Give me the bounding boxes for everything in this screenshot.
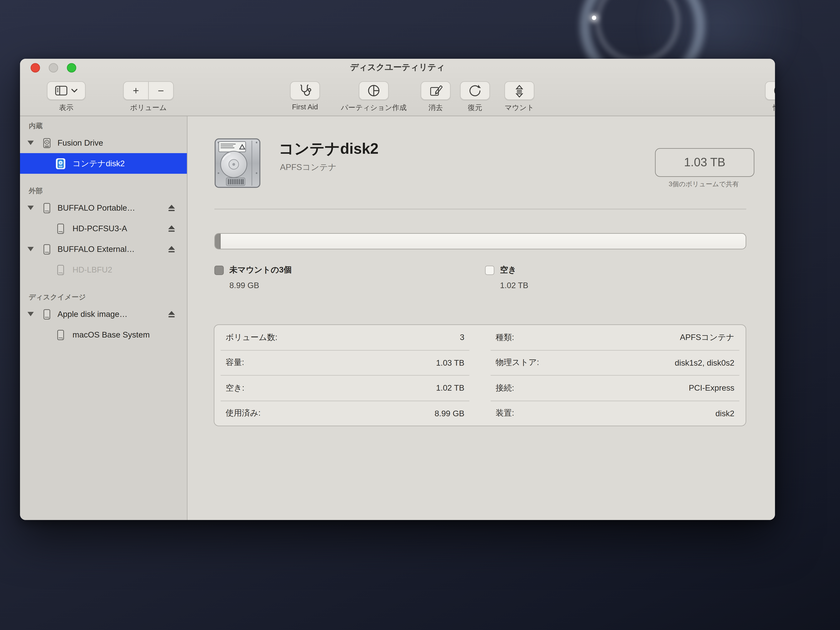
- zoom-button[interactable]: [67, 63, 76, 73]
- plus-icon: +: [133, 85, 139, 96]
- disclosure-triangle-icon[interactable]: [27, 205, 34, 210]
- sidebar-item-label: Fusion Drive: [57, 138, 103, 147]
- details-left-column: ボリューム数: 3 容量: 1.03 TB 空き: 1.02 TB 使用済み: …: [221, 325, 469, 426]
- detail-row-free: 空き: 1.02 TB: [221, 376, 469, 401]
- mount-icon: [513, 84, 526, 98]
- mount-button[interactable]: [504, 81, 534, 100]
- disclosure-triangle-icon[interactable]: [27, 247, 34, 251]
- external-drive-icon: [55, 264, 66, 275]
- legend-free: 空き 1.02 TB: [485, 264, 528, 290]
- hard-disk-icon: [215, 138, 261, 188]
- sidebar-item-label: BUFFALO Portable…: [57, 203, 135, 213]
- window-title: ディスクユーティリティ: [20, 62, 775, 73]
- capacity-bar-used-segment: [215, 234, 221, 249]
- container-title: コンテナdisk2: [279, 139, 379, 159]
- photo-background: ディスクユーティリティ 表示 +: [0, 0, 840, 630]
- header-divider: [215, 209, 746, 209]
- volume-label: ボリューム: [130, 103, 167, 112]
- eject-button[interactable]: [167, 310, 175, 318]
- traffic-lights: [31, 63, 76, 73]
- disk-utility-window: ディスクユーティリティ 表示 +: [20, 59, 775, 520]
- legend-label: 空き: [500, 264, 516, 276]
- sidebar-section-external: 外部: [29, 186, 187, 196]
- sidebar-item-label: コンテナdisk2: [73, 158, 125, 169]
- first-aid-label: First Aid: [292, 103, 318, 111]
- restore-button[interactable]: [460, 81, 490, 100]
- disclosure-triangle-icon[interactable]: [27, 141, 34, 145]
- sidebar-view-icon: [55, 85, 68, 96]
- add-volume-button[interactable]: +: [123, 81, 149, 100]
- restore-arrow-icon: [468, 84, 482, 98]
- sidebar-item-label: macOS Base System: [73, 330, 150, 339]
- sidebar-item-buffalo-external[interactable]: BUFFALO External…: [20, 239, 187, 259]
- close-button[interactable]: [31, 63, 40, 73]
- chevron-down-icon: [71, 89, 77, 93]
- legend-unmounted: 未マウントの3個 8.99 GB: [215, 264, 292, 290]
- details-right-column: 種類: APFSコンテナ 物理ストア: disk1s2, disk0s2 接続:…: [491, 325, 739, 426]
- sidebar-item-label: HD-PCFSU3-A: [73, 224, 127, 233]
- external-drive-icon: [41, 243, 52, 255]
- sidebar-item-label: HD-LBFU2: [73, 265, 112, 275]
- detail-row-volume-count: ボリューム数: 3: [221, 325, 469, 351]
- container-subtitle: APFSコンテナ: [280, 162, 337, 173]
- eject-button[interactable]: [167, 204, 175, 212]
- sidebar-item-fusion-drive[interactable]: Fusion Drive: [20, 133, 187, 153]
- restore-label: 復元: [468, 103, 482, 112]
- mount-label: マウント: [505, 103, 534, 112]
- minus-icon: −: [158, 85, 164, 96]
- detail-row-device: 装置: disk2: [491, 401, 739, 426]
- legend-swatch-unmounted: [215, 265, 224, 275]
- sidebar-item-apple-disk-image[interactable]: Apple disk image…: [20, 304, 187, 324]
- partition-pie-icon: [367, 84, 381, 98]
- sidebar-item-buffalo-portable[interactable]: BUFFALO Portable…: [20, 197, 187, 218]
- external-drive-icon: [41, 308, 52, 320]
- sidebar-item-label: Apple disk image…: [57, 309, 128, 319]
- titlebar: ディスクユーティリティ 表示 +: [20, 59, 775, 116]
- sidebar-item-hd-lbfu2[interactable]: HD-LBFU2: [20, 259, 187, 280]
- external-drive-icon: [55, 223, 66, 234]
- detail-row-connection: 接続: PCI-Express: [491, 376, 739, 401]
- main-content: コンテナdisk2 APFSコンテナ 1.03 TB 3個のボリュームで共有 未…: [188, 116, 775, 520]
- sidebar-section-internal: 内蔵: [29, 121, 187, 131]
- legend-value: 8.99 GB: [229, 281, 292, 290]
- sidebar: 内蔵 Fusion Drive コンテナdisk2 外部: [20, 116, 188, 520]
- info-icon: i: [773, 84, 775, 98]
- info-button[interactable]: i: [765, 81, 775, 100]
- info-label: 情報: [773, 103, 775, 112]
- legend-label: 未マウントの3個: [229, 264, 292, 276]
- remove-volume-button[interactable]: −: [149, 81, 174, 100]
- total-capacity-badge: 1.03 TB: [655, 148, 755, 177]
- detail-row-capacity: 容量: 1.03 TB: [221, 351, 469, 376]
- disclosure-triangle-icon[interactable]: [27, 312, 34, 316]
- external-drive-icon: [55, 329, 66, 340]
- apfs-container-icon: [55, 158, 66, 169]
- erase-button[interactable]: [421, 81, 451, 100]
- partition-label: パーティション作成: [341, 103, 406, 112]
- eject-button[interactable]: [167, 245, 175, 253]
- sidebar-item-macos-base-system[interactable]: macOS Base System: [20, 324, 187, 345]
- view-label: 表示: [59, 103, 74, 112]
- erase-label: 消去: [428, 103, 443, 112]
- minimize-button[interactable]: [49, 63, 58, 73]
- capacity-note: 3個のボリュームで共有: [629, 180, 775, 189]
- partition-button[interactable]: [359, 81, 389, 100]
- legend-value: 1.02 TB: [500, 281, 528, 290]
- lens-flare-dot: [592, 16, 596, 20]
- sidebar-item-container-disk2[interactable]: コンテナdisk2: [20, 153, 187, 174]
- external-drive-icon: [41, 202, 52, 213]
- internal-drive-icon: [41, 137, 52, 148]
- details-panel: ボリューム数: 3 容量: 1.03 TB 空き: 1.02 TB 使用済み: …: [214, 324, 746, 426]
- detail-row-used: 使用済み: 8.99 GB: [221, 401, 469, 426]
- detail-row-type: 種類: APFSコンテナ: [491, 325, 739, 351]
- capacity-bar: [215, 233, 746, 249]
- detail-row-physical-store: 物理ストア: disk1s2, disk0s2: [491, 351, 739, 376]
- legend-swatch-free: [485, 265, 494, 275]
- sidebar-section-disk-images: ディスクイメージ: [29, 292, 187, 303]
- stethoscope-icon: [298, 84, 312, 98]
- view-button[interactable]: [47, 81, 85, 100]
- eject-button[interactable]: [167, 225, 175, 232]
- erase-pencil-icon: [429, 84, 442, 98]
- sidebar-item-hd-pcfsu3-a[interactable]: HD-PCFSU3-A: [20, 218, 187, 239]
- first-aid-button[interactable]: [290, 81, 320, 100]
- sidebar-item-label: BUFFALO External…: [57, 245, 135, 254]
